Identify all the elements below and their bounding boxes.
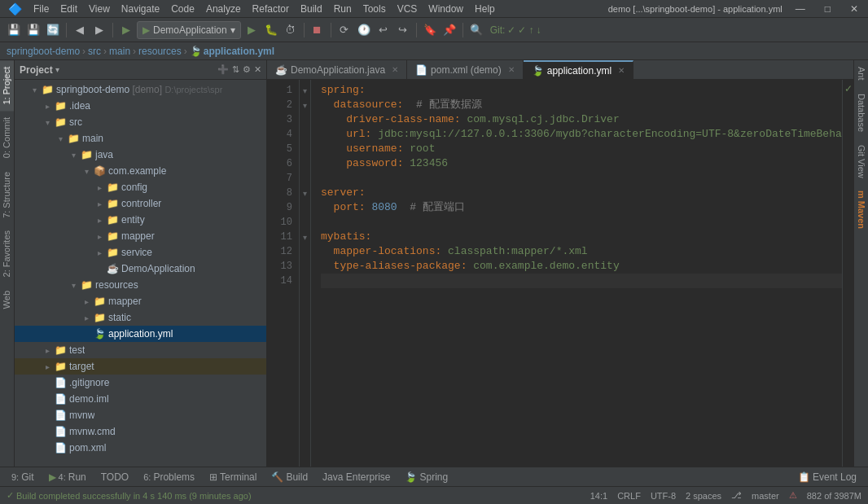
tree-item-static[interactable]: ▸ 📁 static	[15, 309, 266, 326]
tree-item-mapper[interactable]: ▸ 📁 mapper	[15, 228, 266, 244]
maximize-button[interactable]: □	[818, 3, 837, 15]
panel-equalizer-btn[interactable]: ⇅	[232, 64, 239, 75]
left-tab-project[interactable]: 1: Project	[0, 60, 14, 111]
editor-tab-application-yml[interactable]: 🍃 application.yml ✕	[524, 60, 633, 79]
tree-item-test[interactable]: ▸ 📁 test	[15, 342, 266, 358]
bottom-tab-git[interactable]: 9: Git	[5, 470, 41, 484]
right-tab-ant[interactable]: Ant	[854, 60, 868, 87]
tree-item-application-yml[interactable]: 🍃 application.yml	[15, 326, 266, 342]
menu-tools[interactable]: Tools	[358, 2, 391, 16]
toolbar-search-btn[interactable]: 🔍	[467, 21, 485, 39]
right-tab-database[interactable]: Database	[854, 87, 868, 138]
tab-close-application-yml[interactable]: ✕	[618, 66, 625, 75]
breadcrumb-resources[interactable]: resources	[138, 46, 182, 57]
fold-11[interactable]: ▾	[300, 230, 310, 244]
git-branch[interactable]: master	[752, 491, 779, 501]
memory-indicator[interactable]: 882 of 3987M	[807, 491, 861, 501]
toolbar-undo-btn[interactable]: ↩	[375, 21, 392, 39]
bottom-tab-terminal[interactable]: ⊞ Terminal	[203, 470, 263, 484]
menu-help[interactable]: Help	[470, 2, 500, 16]
menu-view[interactable]: View	[84, 2, 115, 16]
menu-file[interactable]: File	[28, 2, 54, 16]
tree-item-service[interactable]: ▸ 📁 service	[15, 244, 266, 261]
code-editor[interactable]: spring: datasource: # 配置数据源 driver-class…	[311, 80, 842, 467]
bottom-tab-problems[interactable]: 6: Problems	[137, 470, 201, 484]
left-tab-structure[interactable]: 7: Structure	[0, 165, 14, 225]
breadcrumb-project[interactable]: springboot-demo	[7, 46, 80, 57]
bottom-tab-java-enterprise[interactable]: Java Enterprise	[316, 470, 397, 484]
right-tab-maven[interactable]: m Maven	[854, 184, 868, 235]
tree-item-controller[interactable]: ▸ 📁 controller	[15, 195, 266, 212]
tree-item-mvnwcmd[interactable]: 📄 mvnw.cmd	[15, 423, 266, 440]
indent-setting[interactable]: 2 spaces	[686, 491, 721, 501]
toolbar-forward-btn[interactable]: ▶	[90, 21, 108, 39]
tab-close-pomxml[interactable]: ✕	[508, 65, 515, 74]
tree-item-src[interactable]: ▾ 📁 src	[15, 114, 266, 130]
toolbar-history-btn[interactable]: 🕐	[355, 21, 373, 39]
menu-build[interactable]: Build	[296, 2, 327, 16]
tree-item-gitignore[interactable]: 📄 .gitignore	[15, 375, 266, 391]
toolbar-sync-btn[interactable]: 🔄	[44, 21, 62, 39]
menu-navigate[interactable]: Navigate	[116, 2, 164, 16]
tree-item-pomxml[interactable]: 📄 pom.xml	[15, 440, 266, 456]
toolbar-redo-btn[interactable]: ↪	[394, 21, 412, 39]
panel-settings-btn[interactable]: ⚙	[243, 64, 251, 75]
menu-window[interactable]: Window	[423, 2, 468, 16]
tree-item-idea[interactable]: ▸ 📁 .idea	[15, 98, 266, 114]
breadcrumb-src[interactable]: src	[88, 46, 101, 57]
tree-item-entity[interactable]: ▸ 📁 entity	[15, 212, 266, 228]
tree-item-main[interactable]: ▾ 📁 main	[15, 130, 266, 147]
tree-item-config[interactable]: ▸ 📁 config	[15, 179, 266, 195]
encoding[interactable]: UTF-8	[651, 491, 676, 501]
menu-refactor[interactable]: Refactor	[248, 2, 294, 16]
tree-item-resources[interactable]: ▾ 📁 resources	[15, 277, 266, 293]
toolbar-save-all-btn[interactable]: 💾	[24, 21, 42, 39]
fold-2[interactable]: ▾	[300, 98, 310, 112]
tree-item-root[interactable]: ▾ 📁 springboot-demo [demo] D:\projects\s…	[15, 81, 266, 98]
toolbar-back-btn[interactable]: ◀	[71, 21, 89, 39]
fold-1[interactable]: ▾	[300, 83, 310, 98]
panel-close-btn[interactable]: ✕	[254, 64, 261, 75]
minimize-button[interactable]: —	[789, 3, 812, 15]
bottom-tab-build[interactable]: 🔨 Build	[265, 470, 314, 484]
fold-8[interactable]: ▾	[300, 186, 310, 200]
tree-item-demoixml[interactable]: 📄 demo.iml	[15, 391, 266, 407]
menu-vcs[interactable]: VCS	[392, 2, 423, 16]
tree-item-target[interactable]: ▸ 📁 target	[15, 358, 266, 375]
run-config-dropdown[interactable]: ▶ DemoApplication ▾	[137, 21, 241, 39]
left-tab-favorites[interactable]: 2: Favorites	[0, 224, 14, 283]
event-log-btn[interactable]: 📋 Event Log	[791, 470, 863, 484]
tree-item-java[interactable]: ▾ 📁 java	[15, 147, 266, 163]
tree-item-res-mapper[interactable]: ▸ 📁 mapper	[15, 293, 266, 309]
toolbar-update-btn[interactable]: ⟳	[335, 21, 353, 39]
right-tab-gitview[interactable]: Git View	[854, 138, 868, 185]
line-ending[interactable]: CRLF	[617, 491, 641, 501]
menu-edit[interactable]: Edit	[55, 2, 82, 16]
project-tree[interactable]: ▾ 📁 springboot-demo [demo] D:\projects\s…	[15, 80, 266, 467]
bottom-tab-todo[interactable]: TODO	[94, 470, 135, 484]
tree-item-demoapplication[interactable]: ☕ DemoApplication	[15, 261, 266, 277]
left-tab-commit[interactable]: 0: Commit	[0, 111, 14, 164]
toolbar-pin-btn[interactable]: 📌	[441, 21, 458, 39]
panel-add-btn[interactable]: ➕	[217, 64, 229, 75]
bottom-tab-spring[interactable]: 🍃 Spring	[398, 470, 454, 484]
breadcrumb-main[interactable]: main	[109, 46, 130, 57]
menu-code[interactable]: Code	[166, 2, 199, 16]
editor-tab-pomxml[interactable]: 📄 pom.xml (demo) ✕	[407, 60, 524, 79]
left-tab-web[interactable]: Web	[0, 284, 14, 315]
toolbar-profile-btn[interactable]: ⏱	[282, 21, 300, 39]
tree-item-package[interactable]: ▾ 📦 com.example	[15, 163, 266, 179]
menu-run[interactable]: Run	[329, 2, 357, 16]
tree-item-mvnw[interactable]: 📄 mvnw	[15, 407, 266, 423]
menu-analyze[interactable]: Analyze	[201, 2, 246, 16]
toolbar-build-btn[interactable]: ▶	[117, 21, 135, 39]
toolbar-stop-btn[interactable]: ⏹	[309, 21, 327, 39]
cursor-position[interactable]: 14:1	[590, 491, 607, 501]
toolbar-debug-btn[interactable]: 🐛	[262, 21, 280, 39]
toolbar-run-btn[interactable]: ▶	[243, 21, 261, 39]
bottom-tab-run[interactable]: ▶ 4: Run	[42, 470, 93, 484]
close-button[interactable]: ✕	[844, 3, 865, 15]
toolbar-save-btn[interactable]: 💾	[5, 21, 23, 39]
tab-close-demoapplication[interactable]: ✕	[392, 65, 398, 74]
toolbar-bookmark-btn[interactable]: 🔖	[421, 21, 439, 39]
